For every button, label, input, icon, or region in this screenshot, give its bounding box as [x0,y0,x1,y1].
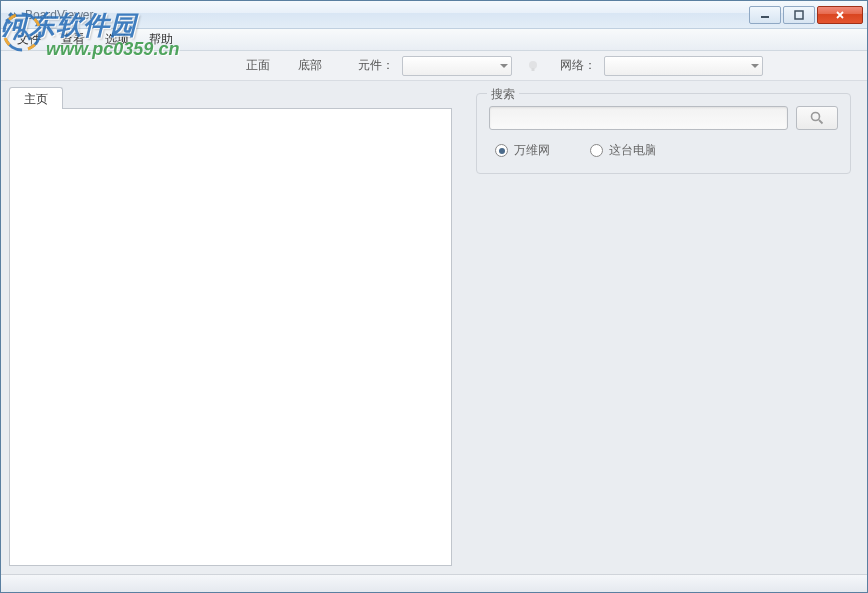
radio-local-label: 这台电脑 [609,142,656,159]
search-input[interactable] [489,106,788,130]
svg-point-4 [812,113,820,121]
tab-header: 主页 [9,87,452,109]
radio-local[interactable]: 这台电脑 [590,142,656,159]
titlebar: BoardViewer [1,1,867,29]
menu-options[interactable]: 选项 [95,29,139,50]
radio-www[interactable]: 万维网 [495,142,550,159]
menu-help[interactable]: 帮助 [139,29,183,50]
menu-view[interactable]: 查看 [51,29,95,50]
radio-icon [495,144,508,157]
search-group: 搜索 万维网 这台电脑 [476,93,851,174]
search-label: 搜索 [487,86,519,103]
left-panel: 主页 [1,81,460,574]
close-button[interactable] [817,6,863,24]
network-label: 网络： [560,57,596,74]
app-icon [5,7,21,23]
window-controls [749,6,863,24]
window-title: BoardViewer [25,8,749,22]
radio-icon [590,144,603,157]
toolbar-bottom-button[interactable]: 底部 [288,54,332,77]
svg-rect-3 [532,68,535,71]
maximize-button[interactable] [783,6,815,24]
menubar: 文件 查看 选项 帮助 [1,29,867,51]
toolbar-front-button[interactable]: 正面 [236,54,280,77]
statusbar [1,574,867,592]
chevron-down-icon [751,64,759,68]
right-panel: 搜索 万维网 这台电脑 [460,81,867,574]
svg-line-5 [819,120,823,124]
main-area: 主页 搜索 万维网 [1,81,867,574]
network-dropdown[interactable] [604,56,763,76]
tab-content [9,108,452,566]
radio-www-label: 万维网 [514,142,550,159]
svg-rect-0 [761,16,769,18]
search-button[interactable] [796,106,838,130]
menu-file[interactable]: 文件 [7,29,51,50]
chevron-down-icon [500,64,508,68]
toolbar: 正面 底部 元件： 网络： [1,51,867,81]
component-dropdown[interactable] [402,56,512,76]
tab-home[interactable]: 主页 [9,87,63,109]
component-label: 元件： [358,57,394,74]
bulb-icon[interactable] [524,57,542,75]
search-icon [809,110,825,126]
svg-point-2 [529,61,537,69]
minimize-button[interactable] [749,6,781,24]
svg-rect-1 [795,11,803,19]
